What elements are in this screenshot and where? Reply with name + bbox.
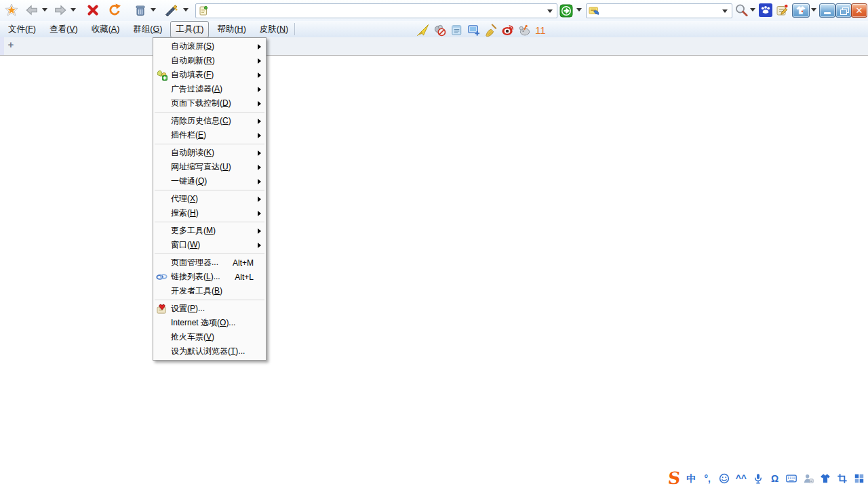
- menu-item[interactable]: 代理(X): [153, 192, 266, 206]
- address-dropdown-icon[interactable]: [547, 9, 553, 13]
- submenu-arrow-icon: [258, 243, 261, 248]
- menu-item-label: 自动滚屏(S): [171, 41, 214, 52]
- pen-dropdown-icon[interactable]: [183, 8, 189, 12]
- menu-separator: [155, 190, 264, 190]
- ime-status-bar: S 中°,^^Ω: [668, 470, 865, 487]
- menu-item-label: 清除历史信息(C): [171, 115, 231, 127]
- chinese-mode-icon[interactable]: 中: [686, 472, 696, 485]
- ticket-count-badge[interactable]: 11: [535, 24, 546, 36]
- menu-separator: [155, 112, 264, 113]
- go-dropdown-icon[interactable]: [576, 8, 582, 12]
- marker-pen-icon[interactable]: [164, 3, 179, 18]
- search-input[interactable]: [601, 5, 722, 17]
- punctuation-icon[interactable]: °,: [703, 472, 713, 485]
- minimize-button[interactable]: [819, 3, 835, 18]
- menu-item[interactable]: 清除历史信息(C): [153, 114, 266, 128]
- menu-item[interactable]: 链接列表(L)...Alt+L: [153, 270, 266, 284]
- menu-item[interactable]: 抢火车票(V): [153, 330, 266, 344]
- new-tab-button[interactable]: +: [5, 39, 16, 50]
- magnifier-dropdown-icon[interactable]: [750, 8, 755, 12]
- menubar-item[interactable]: 皮肤(N): [254, 21, 294, 38]
- back-dropdown-icon[interactable]: [42, 8, 47, 12]
- submenu-arrow-icon: [258, 101, 261, 106]
- cleaner-broom-icon[interactable]: [483, 23, 498, 37]
- close-button[interactable]: ✕: [851, 3, 867, 18]
- send-dart-icon[interactable]: [415, 23, 430, 37]
- menu-item-label: 一键通(Q): [171, 176, 207, 187]
- kaomoji-icon[interactable]: ^^: [736, 472, 747, 485]
- menubar-item[interactable]: 收藏(A): [86, 21, 125, 38]
- quick-launch-icons: 11: [415, 22, 546, 37]
- menu-item-label: 页面下载控制(D): [171, 98, 231, 109]
- menu-item[interactable]: 自动刷新(R): [153, 54, 266, 68]
- ad-filter-icon[interactable]: [432, 23, 447, 37]
- stop-icon[interactable]: [85, 3, 100, 18]
- edit-note-icon[interactable]: [774, 3, 789, 18]
- skin-tshirt-icon[interactable]: [820, 472, 831, 485]
- menu-separator: [155, 144, 264, 144]
- toolbox-grid-icon[interactable]: [854, 472, 865, 485]
- menu-item[interactable]: 设置(P)...: [153, 302, 266, 316]
- symbols-omega-icon[interactable]: Ω: [770, 472, 780, 485]
- menu-item[interactable]: 更多工具(M): [153, 224, 266, 238]
- go-arrow-icon[interactable]: [559, 3, 574, 18]
- menubar-item[interactable]: 工具(T): [170, 21, 209, 38]
- submenu-arrow-icon: [258, 165, 261, 170]
- trash-icon[interactable]: [133, 3, 148, 18]
- menu-item[interactable]: Internet 选项(O)...: [153, 316, 266, 330]
- menu-item-label: 网址缩写直达(U): [171, 161, 231, 173]
- skin-tshirt-button[interactable]: [792, 3, 810, 18]
- tabstrip-edge: [0, 37, 4, 55]
- menu-item[interactable]: 页面下载控制(D): [153, 96, 266, 110]
- sogou-paw-icon[interactable]: [758, 3, 773, 18]
- menu-item-label: 链接列表(L)...: [171, 271, 220, 283]
- soft-keyboard-icon[interactable]: [786, 472, 797, 485]
- search-dropdown-icon[interactable]: [722, 9, 728, 13]
- weibo-icon[interactable]: [500, 23, 515, 37]
- menu-item-label: 自动朗读(K): [171, 147, 214, 159]
- trash-dropdown-icon[interactable]: [151, 8, 156, 12]
- menu-item[interactable]: 插件栏(E): [153, 128, 266, 142]
- menubar-item[interactable]: 文件(F): [3, 21, 41, 38]
- menu-item[interactable]: 广告过滤器(A): [153, 82, 266, 96]
- restore-button[interactable]: [835, 3, 852, 18]
- menubar-item[interactable]: 帮助(H): [212, 21, 251, 38]
- menubar-item[interactable]: 查看(V): [44, 21, 83, 38]
- menu-item[interactable]: 设为默认浏览器(T)...: [153, 344, 266, 359]
- menu-item[interactable]: 一键通(Q): [153, 174, 266, 188]
- submenu-arrow-icon: [258, 197, 261, 202]
- refresh-icon[interactable]: [107, 3, 122, 18]
- menu-item-shortcut: Alt+L: [225, 272, 254, 282]
- account-person-icon[interactable]: [803, 472, 814, 485]
- menu-item[interactable]: 自动朗读(K): [153, 146, 266, 160]
- menu-item[interactable]: 自动滚屏(S): [153, 39, 266, 54]
- menu-item-label: 代理(X): [171, 193, 198, 205]
- screenshot-crop-icon[interactable]: [837, 472, 848, 485]
- menu-item[interactable]: 网址缩写直达(U): [153, 160, 266, 174]
- magnifier-icon[interactable]: [734, 3, 749, 18]
- screenshot-plus-icon[interactable]: [466, 23, 481, 37]
- link-list-icon: [156, 271, 167, 283]
- menu-item[interactable]: 窗口(W): [153, 238, 266, 252]
- favorites-star-icon[interactable]: [4, 3, 19, 18]
- menubar-item[interactable]: 群组(G): [127, 21, 167, 38]
- address-input[interactable]: [211, 5, 547, 17]
- menu-item[interactable]: 自动填表(F): [153, 68, 266, 82]
- skin-dropdown-icon[interactable]: [811, 8, 816, 12]
- submenu-arrow-icon: [258, 228, 261, 234]
- back-icon[interactable]: [24, 3, 39, 18]
- menu-bar-row: 文件(F)查看(V)收藏(A)群组(G)工具(T)帮助(H)皮肤(N) 11: [0, 21, 868, 38]
- ticket-mouse-icon[interactable]: [517, 23, 532, 37]
- sogou-ime-logo[interactable]: S: [667, 470, 681, 487]
- emoji-smiley-icon[interactable]: [719, 472, 730, 485]
- voice-mic-icon[interactable]: [753, 472, 764, 485]
- forward-icon[interactable]: [53, 3, 68, 18]
- menu-item-label: 开发者工具(B): [171, 285, 222, 297]
- menu-item[interactable]: 页面管理器...Alt+M: [153, 256, 266, 270]
- menu-item[interactable]: 开发者工具(B): [153, 284, 266, 298]
- notes-icon[interactable]: [449, 23, 464, 37]
- menu-item[interactable]: 搜索(H): [153, 206, 266, 220]
- forward-dropdown-icon[interactable]: [71, 8, 76, 12]
- autofill-gloves-icon: [156, 69, 167, 81]
- menubar-divider: [294, 23, 295, 35]
